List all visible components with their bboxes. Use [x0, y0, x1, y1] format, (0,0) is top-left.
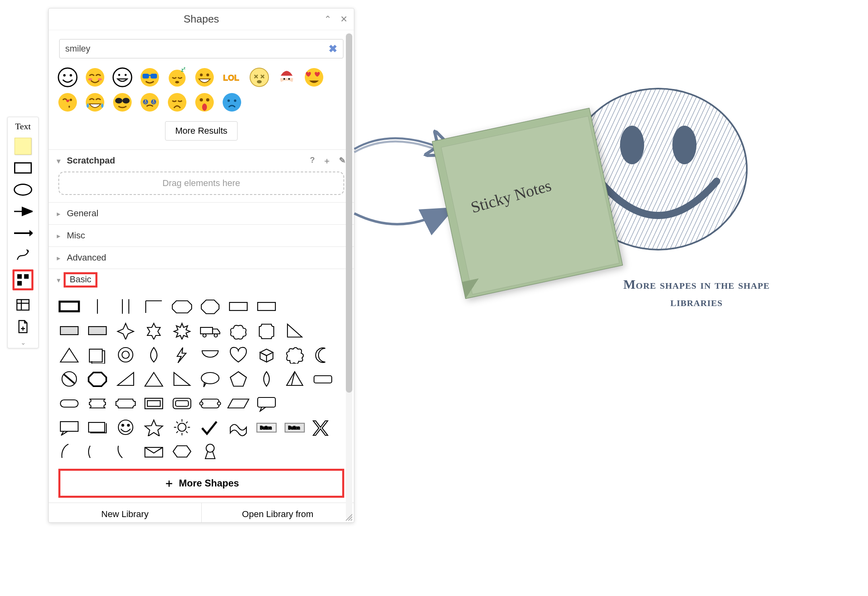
shape-cloud-burst[interactable]	[227, 321, 250, 340]
scratchpad-add-icon[interactable]: ＋	[323, 155, 331, 166]
scratchpad-dropzone[interactable]: Drag elements here	[58, 172, 344, 195]
shape-triangle-right[interactable]	[283, 321, 306, 340]
emoji-grin-wide[interactable]	[193, 66, 216, 89]
shape-button2[interactable]: Button	[283, 418, 306, 437]
shape-octagon-trim[interactable]	[170, 297, 194, 316]
table-tool[interactable]	[13, 298, 33, 312]
shape-parallelogram[interactable]	[227, 394, 250, 412]
search-input[interactable]: smiley ✖	[59, 39, 343, 58]
shape-right-triangle[interactable]	[114, 370, 137, 388]
emoji-kiss-heart[interactable]	[56, 91, 79, 114]
freehand-tool[interactable]	[13, 248, 33, 262]
more-results-button[interactable]: More Results	[165, 121, 238, 141]
emoji-cold[interactable]	[220, 91, 244, 114]
shape-ticket2[interactable]	[114, 394, 137, 412]
shape-pill[interactable]	[311, 370, 335, 388]
emoji-grin-outline[interactable]	[111, 66, 134, 89]
emoji-sleepy[interactable]: zz	[165, 66, 189, 89]
shape-bolt[interactable]	[170, 346, 194, 364]
emoji-scream[interactable]	[193, 91, 216, 114]
text-tool-label[interactable]: Text	[15, 121, 31, 132]
shape-star4[interactable]	[114, 321, 137, 340]
shape-arc2[interactable]	[86, 442, 109, 461]
shape-no[interactable]	[58, 370, 81, 388]
emoji-sunglasses-blue[interactable]	[138, 66, 161, 89]
more-shapes-button[interactable]: ＋ More Shapes	[58, 469, 344, 498]
shape-sun[interactable]	[170, 418, 194, 437]
emoji-joy-tears[interactable]	[83, 91, 107, 114]
emoji-dizzy[interactable]	[248, 66, 271, 89]
emoji-smile-outline[interactable]	[56, 66, 79, 89]
section-misc[interactable]: Misc	[49, 225, 354, 246]
shape-pyramid[interactable]	[283, 370, 306, 388]
shape-vertical-line[interactable]	[86, 297, 109, 316]
shape-callout2[interactable]	[58, 418, 81, 437]
shape-rect1[interactable]	[227, 297, 250, 316]
shape-ring[interactable]	[114, 346, 137, 364]
arrow-tool[interactable]	[13, 226, 33, 240]
shape-arc3[interactable]	[114, 442, 137, 461]
shape-keyhole[interactable]	[198, 442, 222, 461]
shape-speech-oval[interactable]	[198, 370, 222, 388]
shape-frame-inset[interactable]	[170, 394, 194, 412]
shape-frame[interactable]	[142, 394, 165, 412]
scratchpad-edit-icon[interactable]: ✎	[339, 155, 346, 166]
shape-callout[interactable]	[255, 394, 278, 412]
shape-splat[interactable]	[283, 346, 306, 364]
emoji-sad[interactable]	[165, 91, 189, 114]
shape-right-triangle2[interactable]	[170, 370, 194, 388]
shape-rect-thick[interactable]	[58, 297, 81, 316]
shape-star5[interactable]	[142, 418, 165, 437]
shape-x[interactable]	[311, 418, 335, 437]
scrollbar[interactable]	[346, 33, 352, 519]
shape-rect-grey2[interactable]	[86, 321, 109, 340]
shape-flag[interactable]	[227, 418, 250, 437]
shape-lens[interactable]	[255, 370, 278, 388]
shape-rect2[interactable]	[255, 297, 278, 316]
shape-drop[interactable]	[142, 346, 165, 364]
shape-hex[interactable]	[170, 442, 194, 461]
clear-search-icon[interactable]: ✖	[329, 43, 337, 55]
shape-check[interactable]	[198, 418, 222, 437]
close-icon[interactable]: ✕	[340, 14, 347, 25]
emoji-lol-text[interactable]: LOL	[220, 66, 244, 89]
shape-star8[interactable]	[170, 321, 194, 340]
section-advanced[interactable]: Advanced	[49, 247, 354, 269]
shape-smiley[interactable]	[114, 418, 137, 437]
shape-rect-shadow[interactable]	[86, 418, 109, 437]
shape-ticket3[interactable]	[198, 394, 222, 412]
emoji-spiral-eyes[interactable]	[138, 91, 161, 114]
shape-ticket[interactable]	[86, 394, 109, 412]
emoji-santa[interactable]	[275, 66, 298, 89]
shape-triangle[interactable]	[58, 346, 81, 364]
shape-heart[interactable]	[227, 346, 250, 364]
shape-square-shadow[interactable]	[86, 346, 109, 364]
shape-triangle2[interactable]	[142, 370, 165, 388]
shape-envelope[interactable]	[142, 442, 165, 461]
shape-cube[interactable]	[255, 346, 278, 364]
section-general[interactable]: General	[49, 203, 354, 224]
shape-octagon[interactable]	[198, 297, 222, 316]
shape-corner[interactable]	[142, 297, 165, 316]
resize-grip[interactable]	[344, 513, 352, 521]
rectangle-tool[interactable]	[13, 161, 33, 175]
shapes-tool[interactable]	[12, 269, 33, 290]
section-basic[interactable]: Basic	[49, 269, 354, 291]
shape-star6[interactable]	[142, 321, 165, 340]
shape-moon[interactable]	[311, 346, 335, 364]
shape-octagon-thick[interactable]	[86, 370, 109, 388]
shape-truck[interactable]	[198, 321, 222, 340]
shape-pill-round[interactable]	[58, 394, 81, 412]
shape-pentagon[interactable]	[227, 370, 250, 388]
sticky-note-tool[interactable]	[13, 139, 33, 153]
emoji-sunglasses[interactable]	[111, 91, 134, 114]
shape-plaque[interactable]	[255, 321, 278, 340]
collapse-icon[interactable]: ⌃	[324, 14, 331, 25]
shape-double-vertical[interactable]	[114, 297, 137, 316]
shape-rect-grey[interactable]	[58, 321, 81, 340]
toolbar-expand[interactable]: ⌄	[21, 339, 26, 346]
scratchpad-header[interactable]: Scratchpad ? ＋ ✎	[49, 150, 354, 172]
emoji-heart-eyes[interactable]	[302, 66, 326, 89]
shape-bowl[interactable]	[198, 346, 222, 364]
new-page-tool[interactable]	[13, 319, 33, 334]
